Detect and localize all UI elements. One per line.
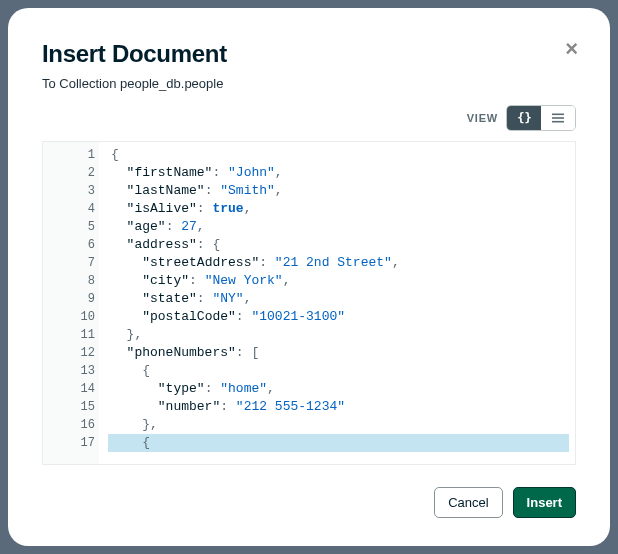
gutter-line: 13▼ [43,362,99,380]
svg-text:{}: {} [517,112,531,124]
view-toggle-row: VIEW {} [42,105,576,131]
view-toggle-group: {} [506,105,576,131]
code-line[interactable]: "address": { [111,236,575,254]
code-line[interactable]: "number": "212 555-1234" [111,398,575,416]
json-editor[interactable]: 1▼23456▼789101112▼13▼14151617▼ { "firstN… [42,141,576,465]
code-line[interactable]: "city": "New York", [111,272,575,290]
gutter-line: 2 [43,164,99,182]
gutter-line: 3 [43,182,99,200]
close-icon[interactable]: × [565,38,578,60]
svg-rect-3 [552,121,564,123]
editor-gutter: 1▼23456▼789101112▼13▼14151617▼ [43,142,99,464]
svg-rect-1 [552,114,564,116]
modal-footer: Cancel Insert [42,465,576,518]
code-line[interactable]: { [111,146,575,164]
gutter-line: 11 [43,326,99,344]
code-line[interactable]: "state": "NY", [111,290,575,308]
json-view-toggle[interactable]: {} [507,106,541,130]
code-line[interactable]: "postalCode": "10021-3100" [111,308,575,326]
list-icon [551,112,565,124]
gutter-line: 6▼ [43,236,99,254]
gutter-line: 9 [43,290,99,308]
code-line[interactable]: { [111,362,575,380]
code-line[interactable]: "firstName": "John", [111,164,575,182]
gutter-line: 17▼ [43,434,99,452]
list-view-toggle[interactable] [541,106,575,130]
gutter-line: 12▼ [43,344,99,362]
gutter-line: 4 [43,200,99,218]
insert-button[interactable]: Insert [513,487,576,518]
code-line[interactable]: { [108,434,569,452]
code-line[interactable]: "type": "home", [111,380,575,398]
code-line[interactable]: "lastName": "Smith", [111,182,575,200]
gutter-line: 14 [43,380,99,398]
editor-code-area[interactable]: { "firstName": "John", "lastName": "Smit… [99,142,575,464]
gutter-line: 10 [43,308,99,326]
view-label: VIEW [467,112,498,124]
gutter-line: 1▼ [43,146,99,164]
modal-subtitle: To Collection people_db.people [42,76,576,91]
gutter-line: 5 [43,218,99,236]
gutter-line: 16 [43,416,99,434]
code-line[interactable]: "phoneNumbers": [ [111,344,575,362]
modal-title: Insert Document [42,40,576,68]
braces-icon: {} [517,112,532,124]
code-line[interactable]: "streetAddress": "21 2nd Street", [111,254,575,272]
gutter-line: 8 [43,272,99,290]
code-line[interactable]: "isAlive": true, [111,200,575,218]
code-line[interactable]: }, [111,326,575,344]
cancel-button[interactable]: Cancel [434,487,502,518]
code-line[interactable]: "age": 27, [111,218,575,236]
svg-rect-2 [552,117,564,119]
code-line[interactable]: }, [111,416,575,434]
insert-document-modal: × Insert Document To Collection people_d… [8,8,610,546]
gutter-line: 7 [43,254,99,272]
gutter-line: 15 [43,398,99,416]
